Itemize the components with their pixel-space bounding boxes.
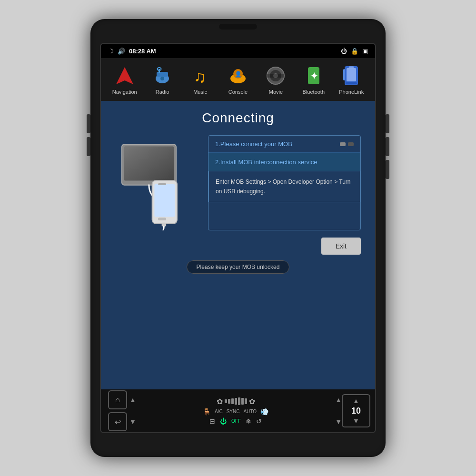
recirculate-icon[interactable]: ↺ (256, 417, 262, 425)
airflow-icon[interactable]: 💨 (260, 408, 268, 416)
home-icon: ⌂ (115, 396, 120, 404)
status-right: ⏻ 🔒 ▣ (341, 48, 368, 55)
step1-indicators (340, 142, 354, 146)
top-notch (219, 24, 257, 30)
fan-right-icon: ✿ (249, 397, 255, 406)
svg-text:✦: ✦ (310, 70, 318, 82)
side-btn-1[interactable] (87, 114, 90, 133)
back-icon: ↩ (115, 417, 121, 426)
fan-bar-1 (225, 399, 227, 403)
temp-decrease-button[interactable]: ▼ (353, 417, 359, 425)
window-icon: ▣ (362, 48, 368, 55)
app-radio[interactable]: Radio (146, 64, 179, 95)
ac-label: A/C (215, 409, 223, 414)
off-label: OFF (231, 418, 241, 424)
app-movie[interactable]: Movie (259, 64, 292, 95)
movie-label: Movie (269, 89, 283, 95)
temp-display: ▲ 10 ▼ (342, 394, 370, 427)
radio-icon (151, 64, 174, 87)
fan-bar-3 (231, 398, 234, 404)
fan-bar-4 (235, 398, 237, 405)
step2-text: 2.Install MOB interconnection service (215, 159, 317, 166)
defrost-rear-icon[interactable]: ⊟ (209, 417, 215, 425)
fan-down-arrow[interactable]: ▼ (129, 418, 136, 426)
app-music[interactable]: ♫ Music (184, 64, 217, 95)
back-button[interactable]: ↩ (108, 412, 127, 431)
temp-down-arrow[interactable]: ▼ (335, 418, 342, 426)
fan-bar-2 (228, 399, 230, 404)
app-bar: Navigation Radio ♫ (101, 58, 375, 101)
svg-rect-23 (124, 147, 174, 180)
svg-text:👤: 👤 (235, 70, 242, 78)
description-box: Enter MOB Settings > Open Developer Opti… (208, 171, 360, 202)
dot1 (340, 142, 346, 146)
power-icon: ⏻ (341, 48, 347, 55)
app-phonelink[interactable]: PhoneLink (335, 64, 368, 95)
exit-row: Exit (115, 238, 361, 255)
instructions-panel: 1.Please connect your MOB 2.Install MOB … (208, 135, 361, 230)
side-btn-5[interactable] (386, 160, 389, 179)
svg-rect-26 (158, 183, 166, 185)
main-content: Connecting (101, 101, 375, 389)
movie-icon (264, 64, 287, 87)
svg-rect-14 (267, 74, 284, 78)
dot2 (348, 142, 354, 146)
content-area: 1.Please connect your MOB 2.Install MOB … (115, 135, 361, 230)
volume-icon: 🔊 (118, 48, 125, 55)
phonelink-icon (340, 64, 363, 87)
bluetooth-label: Bluetooth (303, 89, 325, 95)
svg-point-3 (160, 77, 164, 80)
step1-row[interactable]: 1.Please connect your MOB (208, 136, 360, 153)
auto-label: AUTO (243, 409, 257, 414)
status-bar: ☽ 🔊 08:28 AM ⏻ 🔒 ▣ (101, 44, 375, 58)
seat-heat-icon[interactable]: 🪑 (203, 408, 211, 416)
side-btn-2[interactable] (87, 137, 90, 156)
exit-button[interactable]: Exit (321, 238, 361, 255)
music-icon: ♫ (189, 64, 212, 87)
temp-increase-button[interactable]: ▲ (353, 397, 359, 405)
power-off-button[interactable]: ⏻ (220, 417, 227, 425)
step1-text: 1.Please connect your MOB (215, 140, 292, 148)
home-button[interactable]: ⌂ (108, 390, 127, 409)
svg-marker-0 (116, 67, 133, 84)
temp-arrows: ▲ ▼ (335, 396, 342, 426)
app-bluetooth[interactable]: ✦ Bluetooth (297, 64, 330, 95)
svg-rect-20 (343, 69, 345, 80)
navigation-label: Navigation (112, 89, 137, 95)
defrost-icon[interactable]: ❄ (246, 417, 251, 425)
temp-up-arrow[interactable]: ▲ (335, 396, 342, 404)
bottom-bar: ⌂ ↩ ▲ ▼ ✿ (101, 389, 375, 432)
step2-row[interactable]: 2.Install MOB interconnection service (208, 153, 360, 171)
left-side-buttons (87, 114, 90, 156)
status-time: 08:28 AM (129, 48, 156, 55)
climate-section: ✿ ✿ 🪑 A/C SYNC AUT (136, 397, 335, 425)
console-label: Console (228, 89, 248, 95)
side-btn-4[interactable] (386, 137, 389, 156)
music-label: Music (193, 89, 207, 95)
console-icon: 👤 (227, 64, 249, 87)
sync-label: SYNC (227, 409, 240, 414)
radio-label: Radio (156, 89, 169, 95)
app-navigation[interactable]: Navigation (108, 64, 141, 95)
phonelink-label: PhoneLink (339, 89, 364, 95)
unlock-notice: Please keep your MOB unlocked (187, 260, 290, 274)
fan-bar-5 (238, 397, 240, 405)
side-btn-3[interactable] (386, 114, 389, 133)
app-console[interactable]: 👤 Console (221, 64, 255, 95)
right-side-buttons (386, 114, 389, 179)
fan-up-arrow[interactable]: ▲ (129, 396, 136, 404)
status-left: ☽ 🔊 08:28 AM (108, 48, 156, 55)
moon-icon: ☽ (108, 48, 114, 55)
lock-icon: 🔒 (351, 48, 358, 55)
svg-rect-25 (154, 184, 175, 217)
screen: ☽ 🔊 08:28 AM ⏻ 🔒 ▣ Navigation (100, 43, 376, 433)
temp-value: 10 (351, 406, 361, 416)
svg-rect-19 (346, 82, 357, 84)
climate-controls: 🪑 A/C SYNC AUTO 💨 (203, 408, 268, 416)
usb-illustration (115, 135, 201, 230)
nav-buttons: ⌂ ↩ (106, 390, 129, 431)
svg-text:♫: ♫ (194, 68, 206, 86)
page-title: Connecting (202, 110, 274, 126)
svg-rect-2 (157, 72, 168, 77)
fan-bar-7 (245, 398, 247, 404)
